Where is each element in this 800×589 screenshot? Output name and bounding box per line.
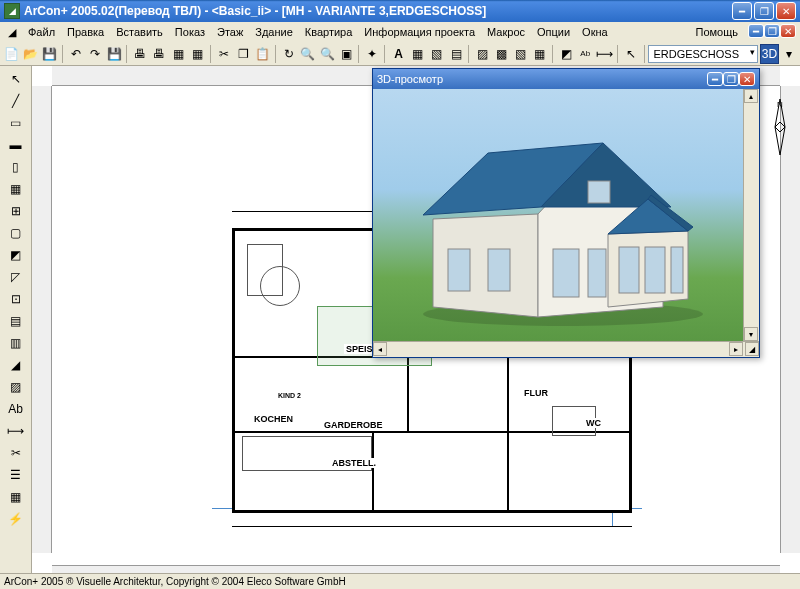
redo-button[interactable]: ↷ bbox=[86, 44, 104, 64]
float-3d-content[interactable] bbox=[373, 89, 743, 341]
scroll-down-icon[interactable]: ▾ bbox=[744, 327, 758, 341]
wall-tool[interactable]: ▬ bbox=[2, 134, 30, 156]
layer2-button[interactable]: ▤ bbox=[447, 44, 465, 64]
3d-view-button[interactable]: 3D bbox=[760, 44, 778, 64]
paste-button[interactable]: 📋 bbox=[253, 44, 271, 64]
print-button[interactable]: 🖶 bbox=[131, 44, 149, 64]
maximize-button[interactable]: ❐ bbox=[754, 2, 774, 20]
room-abstell: ABSTELL. bbox=[330, 458, 378, 468]
mdi-close-button[interactable]: ✕ bbox=[780, 24, 796, 38]
abc-button[interactable]: Ab bbox=[576, 44, 594, 64]
rect-tool[interactable]: ▭ bbox=[2, 112, 30, 134]
svg-marker-1 bbox=[775, 127, 785, 155]
svg-rect-14 bbox=[588, 249, 606, 297]
menu-view[interactable]: Показ bbox=[169, 24, 211, 40]
open-button[interactable]: 📂 bbox=[21, 44, 39, 64]
save-button[interactable]: 💾 bbox=[40, 44, 58, 64]
mdi-minimize-button[interactable]: ━ bbox=[748, 24, 764, 38]
float-scrollbar-h[interactable]: ◂ ▸ ◢ bbox=[373, 341, 759, 357]
close-button[interactable]: ✕ bbox=[776, 2, 796, 20]
menu-windows[interactable]: Окна bbox=[576, 24, 614, 40]
menu-project-info[interactable]: Информация проекта bbox=[358, 24, 481, 40]
misc-tool[interactable]: ☰ bbox=[2, 464, 30, 486]
column-tool[interactable]: ▯ bbox=[2, 156, 30, 178]
stairs2-tool[interactable]: ▥ bbox=[2, 332, 30, 354]
chevron-down-icon[interactable]: ▾ bbox=[780, 44, 798, 64]
dimension-tool[interactable]: ⟼ bbox=[2, 420, 30, 442]
print-alt-button[interactable]: 🖶 bbox=[150, 44, 168, 64]
section-tool[interactable]: ✂ bbox=[2, 442, 30, 464]
save-all-button[interactable]: 💾 bbox=[105, 44, 123, 64]
landscape-tool[interactable]: ▨ bbox=[2, 376, 30, 398]
menu-edit[interactable]: Правка bbox=[61, 24, 110, 40]
minimize-button[interactable]: ━ bbox=[732, 2, 752, 20]
hatch4-button[interactable]: ▦ bbox=[531, 44, 549, 64]
calendar-tool[interactable]: ▦ bbox=[2, 178, 30, 200]
electric-tool[interactable]: ⚡ bbox=[2, 508, 30, 530]
hatch1-button[interactable]: ▨ bbox=[473, 44, 491, 64]
app-icon: ◢ bbox=[4, 3, 20, 19]
text-button[interactable]: A bbox=[389, 44, 407, 64]
floor-dropdown-value: ERDGESCHOSS bbox=[653, 48, 739, 60]
room-wc: WC bbox=[584, 418, 603, 428]
undo-button[interactable]: ↶ bbox=[67, 44, 85, 64]
scroll-up-icon[interactable]: ▴ bbox=[744, 89, 758, 103]
floor-dropdown[interactable]: ERDGESCHOSS bbox=[648, 45, 758, 63]
layer-button[interactable]: ▧ bbox=[428, 44, 446, 64]
chimney-tool[interactable]: ⊡ bbox=[2, 288, 30, 310]
menu-floor[interactable]: Этаж bbox=[211, 24, 249, 40]
zoom-in-button[interactable]: 🔍 bbox=[299, 44, 317, 64]
float-window-title: 3D-просмотр bbox=[377, 73, 707, 85]
menu-building[interactable]: Здание bbox=[249, 24, 299, 40]
line-tool[interactable]: ╱ bbox=[2, 90, 30, 112]
scroll-left-icon[interactable]: ◂ bbox=[373, 342, 387, 356]
menu-help[interactable]: Помощь bbox=[690, 24, 745, 40]
terrain-tool[interactable]: ◢ bbox=[2, 354, 30, 376]
roof-tool[interactable]: ◸ bbox=[2, 266, 30, 288]
dim-button[interactable]: ⟼ bbox=[595, 44, 614, 64]
menu-macros[interactable]: Макрос bbox=[481, 24, 531, 40]
window-title: ArCon+ 2005.02(Перевод ТВЛ) - <Basic_ii>… bbox=[24, 4, 732, 18]
float-maximize-button[interactable]: ❐ bbox=[723, 72, 739, 86]
mdi-icon[interactable]: ◢ bbox=[4, 24, 20, 40]
furniture-tool[interactable]: ▦ bbox=[2, 486, 30, 508]
svg-rect-11 bbox=[448, 249, 470, 291]
new-button[interactable]: 📄 bbox=[2, 44, 20, 64]
rotate-button[interactable]: ↻ bbox=[279, 44, 297, 64]
float-close-button[interactable]: ✕ bbox=[739, 72, 755, 86]
zoom-out-button[interactable]: 🔍 bbox=[318, 44, 336, 64]
doc2-button[interactable]: ▦ bbox=[189, 44, 207, 64]
stairs-tool[interactable]: ▤ bbox=[2, 310, 30, 332]
svg-rect-16 bbox=[645, 247, 665, 293]
hatch2-button[interactable]: ▩ bbox=[492, 44, 510, 64]
measure-button[interactable]: ✦ bbox=[363, 44, 381, 64]
left-toolbox: ↖ ╱ ▭ ▬ ▯ ▦ ⊞ ▢ ◩ ◸ ⊡ ▤ ▥ ◢ ▨ Ab ⟼ ✂ ☰ ▦… bbox=[0, 66, 32, 573]
house-3d-model bbox=[393, 119, 723, 329]
section-button[interactable]: ◩ bbox=[557, 44, 575, 64]
doc-button[interactable]: ▦ bbox=[170, 44, 188, 64]
scroll-right-icon[interactable]: ▸ bbox=[729, 342, 743, 356]
float-titlebar[interactable]: 3D-просмотр ━ ❐ ✕ bbox=[373, 69, 759, 89]
hatch3-button[interactable]: ▧ bbox=[512, 44, 530, 64]
zoom-fit-button[interactable]: ▣ bbox=[337, 44, 355, 64]
arrow-button[interactable]: ↖ bbox=[622, 44, 640, 64]
float-minimize-button[interactable]: ━ bbox=[707, 72, 723, 86]
menubar: ◢ Файл Правка Вставить Показ Этаж Здание… bbox=[0, 22, 800, 42]
menu-options[interactable]: Опции bbox=[531, 24, 576, 40]
text-tool[interactable]: Ab bbox=[2, 398, 30, 420]
mdi-restore-button[interactable]: ❐ bbox=[764, 24, 780, 38]
furniture-table bbox=[260, 266, 300, 306]
floating-3d-window[interactable]: 3D-просмотр ━ ❐ ✕ bbox=[372, 68, 760, 358]
menu-file[interactable]: Файл bbox=[22, 24, 61, 40]
select-tool[interactable]: ↖ bbox=[2, 68, 30, 90]
menu-apartment[interactable]: Квартира bbox=[299, 24, 359, 40]
copy-button[interactable]: ❐ bbox=[234, 44, 252, 64]
grid-button[interactable]: ▦ bbox=[409, 44, 427, 64]
float-scrollbar-v[interactable]: ▴ ▾ bbox=[743, 89, 759, 341]
ceiling-tool[interactable]: ◩ bbox=[2, 244, 30, 266]
window-tool[interactable]: ⊞ bbox=[2, 200, 30, 222]
menu-insert[interactable]: Вставить bbox=[110, 24, 169, 40]
door-tool[interactable]: ▢ bbox=[2, 222, 30, 244]
svg-rect-15 bbox=[619, 247, 639, 293]
cut-button[interactable]: ✂ bbox=[215, 44, 233, 64]
